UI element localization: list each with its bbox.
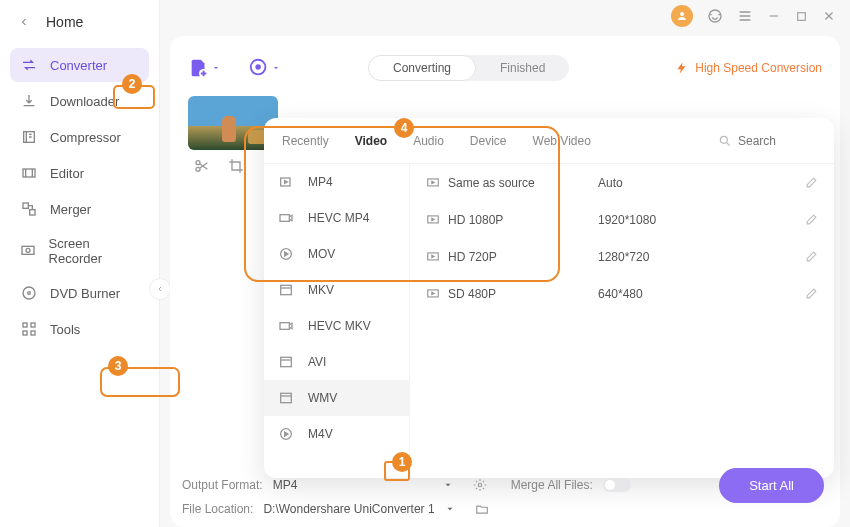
format-mkv[interactable]: MKV bbox=[264, 272, 409, 308]
output-format-dropdown[interactable] bbox=[443, 480, 453, 490]
video-file-icon bbox=[278, 282, 296, 298]
format-m4v[interactable]: M4V bbox=[264, 416, 409, 452]
support-icon[interactable] bbox=[707, 8, 723, 24]
resolution-row[interactable]: HD 720P1280*720 bbox=[410, 238, 834, 275]
avatar[interactable] bbox=[671, 5, 693, 27]
sidebar-item-tools[interactable]: Tools bbox=[10, 312, 149, 346]
video-file-icon bbox=[278, 390, 296, 406]
video-file-icon bbox=[278, 210, 296, 226]
tab-video[interactable]: Video bbox=[353, 130, 389, 152]
search-box[interactable] bbox=[718, 134, 818, 148]
recorder-icon bbox=[20, 242, 37, 260]
segment-converting[interactable]: Converting bbox=[368, 55, 476, 81]
format-hevc-mp4[interactable]: HEVC MP4 bbox=[264, 200, 409, 236]
svg-point-10 bbox=[28, 292, 31, 295]
video-file-icon bbox=[278, 174, 296, 190]
output-format-label: Output Format: bbox=[182, 478, 263, 492]
format-hevc-mkv[interactable]: HEVC MKV bbox=[264, 308, 409, 344]
resolution-row[interactable]: Same as sourceAuto bbox=[410, 164, 834, 201]
file-location-dropdown[interactable] bbox=[445, 504, 455, 514]
sidebar-item-compressor[interactable]: Compressor bbox=[10, 120, 149, 154]
editor-icon bbox=[20, 164, 38, 182]
svg-point-8 bbox=[26, 248, 30, 252]
svg-point-20 bbox=[720, 136, 727, 143]
resolution-list: Same as sourceAuto HD 1080P1920*1080 HD … bbox=[410, 164, 834, 478]
sidebar-item-screen-recorder[interactable]: Screen Recorder bbox=[10, 228, 149, 274]
edit-preset-icon[interactable] bbox=[805, 213, 818, 226]
svg-point-9 bbox=[23, 287, 35, 299]
svg-rect-22 bbox=[280, 215, 289, 222]
sidebar-item-label: Editor bbox=[50, 166, 84, 181]
sidebar-item-dvd-burner[interactable]: DVD Burner bbox=[10, 276, 149, 310]
tab-recently[interactable]: Recently bbox=[280, 130, 331, 152]
close-icon[interactable] bbox=[822, 9, 836, 23]
format-avi[interactable]: AVI bbox=[264, 344, 409, 380]
home-label: Home bbox=[46, 14, 83, 30]
back-icon bbox=[18, 16, 30, 28]
home-row[interactable]: Home bbox=[0, 0, 159, 44]
svg-rect-6 bbox=[30, 210, 35, 215]
sidebar: Home Converter Downloader Compressor Edi… bbox=[0, 0, 160, 527]
sidebar-item-merger[interactable]: Merger bbox=[10, 192, 149, 226]
svg-rect-5 bbox=[23, 203, 28, 208]
download-icon bbox=[20, 92, 38, 110]
lightning-icon bbox=[675, 61, 689, 75]
resolution-row[interactable]: SD 480P640*480 bbox=[410, 275, 834, 312]
sidebar-item-downloader[interactable]: Downloader bbox=[10, 84, 149, 118]
merge-toggle[interactable] bbox=[603, 478, 631, 492]
svg-rect-7 bbox=[22, 246, 34, 254]
format-list: MP4 HEVC MP4 MOV MKV HEVC MKV AVI WMV M4… bbox=[264, 164, 410, 478]
collapse-sidebar-button[interactable] bbox=[149, 278, 171, 300]
svg-point-17 bbox=[256, 65, 260, 69]
sidebar-item-converter[interactable]: Converter bbox=[10, 48, 149, 82]
video-file-icon bbox=[278, 246, 296, 262]
start-all-button[interactable]: Start All bbox=[719, 468, 824, 503]
settings-icon[interactable] bbox=[473, 478, 487, 492]
svg-rect-11 bbox=[23, 323, 27, 327]
format-mp4[interactable]: MP4 bbox=[264, 164, 409, 200]
svg-rect-4 bbox=[23, 169, 35, 177]
open-folder-icon[interactable] bbox=[475, 502, 489, 516]
crop-icon[interactable] bbox=[228, 158, 244, 174]
format-wmv[interactable]: WMV bbox=[264, 380, 409, 416]
menu-icon[interactable] bbox=[737, 8, 753, 24]
tab-webvideo[interactable]: Web Video bbox=[531, 130, 593, 152]
high-speed-toggle[interactable]: High Speed Conversion bbox=[675, 61, 822, 75]
edit-preset-icon[interactable] bbox=[805, 250, 818, 263]
sidebar-item-label: Screen Recorder bbox=[49, 236, 139, 266]
sidebar-item-label: Merger bbox=[50, 202, 91, 217]
add-file-button[interactable] bbox=[188, 57, 220, 79]
sidebar-item-label: Downloader bbox=[50, 94, 119, 109]
compressor-icon bbox=[20, 128, 38, 146]
converter-icon bbox=[20, 56, 38, 74]
maximize-icon[interactable] bbox=[795, 10, 808, 23]
footer: Output Format: MP4 Merge All Files: File… bbox=[182, 473, 828, 521]
svg-point-18 bbox=[196, 161, 200, 165]
sidebar-item-label: Compressor bbox=[50, 130, 121, 145]
tab-device[interactable]: Device bbox=[468, 130, 509, 152]
svg-rect-2 bbox=[798, 12, 806, 20]
edit-preset-icon[interactable] bbox=[805, 176, 818, 189]
search-input[interactable] bbox=[738, 134, 818, 148]
video-file-icon bbox=[278, 318, 296, 334]
minimize-icon[interactable] bbox=[767, 9, 781, 23]
file-location-value: D:\Wondershare UniConverter 1 bbox=[263, 502, 434, 516]
output-format-value: MP4 bbox=[273, 478, 433, 492]
file-location-label: File Location: bbox=[182, 502, 253, 516]
sidebar-item-editor[interactable]: Editor bbox=[10, 156, 149, 190]
svg-rect-13 bbox=[23, 331, 27, 335]
merge-label: Merge All Files: bbox=[511, 478, 593, 492]
svg-rect-24 bbox=[281, 285, 292, 294]
resolution-row[interactable]: HD 1080P1920*1080 bbox=[410, 201, 834, 238]
edit-preset-icon[interactable] bbox=[805, 287, 818, 300]
add-dvd-button[interactable] bbox=[248, 57, 280, 79]
merger-icon bbox=[20, 200, 38, 218]
segment-finished[interactable]: Finished bbox=[476, 55, 569, 81]
tab-audio[interactable]: Audio bbox=[411, 130, 446, 152]
format-mov[interactable]: MOV bbox=[264, 236, 409, 272]
svg-rect-14 bbox=[31, 331, 35, 335]
segment-control: Converting Finished bbox=[368, 55, 569, 81]
tools-icon bbox=[20, 320, 38, 338]
video-file-icon bbox=[278, 426, 296, 442]
trim-icon[interactable] bbox=[194, 158, 210, 174]
